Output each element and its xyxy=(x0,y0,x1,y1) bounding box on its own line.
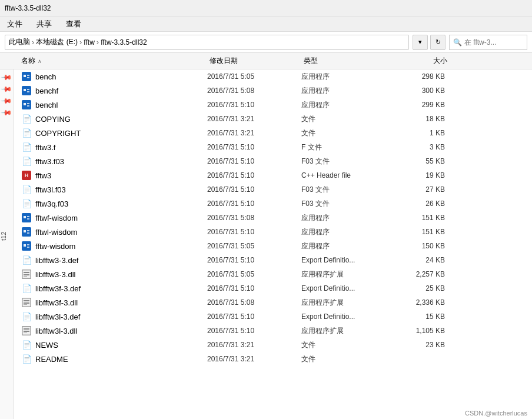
table-row[interactable]: 📄 libfftw3f-3.def 2016/7/31 5:10 Export … xyxy=(14,281,532,295)
sidebar: 📌 📌 📌 📌 t12 xyxy=(0,69,14,419)
file-size: 298 KB xyxy=(395,72,454,81)
col-header-date[interactable]: 修改日期 xyxy=(210,56,304,66)
file-type: 应用程序扩展 xyxy=(301,326,395,336)
file-date: 2016/7/31 5:10 xyxy=(207,256,301,264)
pin-icon-4[interactable]: 📌 xyxy=(0,105,14,119)
table-row[interactable]: 📄 libfftw3-3.def 2016/7/31 5:10 Export D… xyxy=(14,253,532,267)
file-size: 2,257 KB xyxy=(395,270,454,278)
file-name: fftwf-wisdom xyxy=(35,214,207,222)
file-size: 2,336 KB xyxy=(395,298,454,307)
table-row[interactable]: H fftw3 2016/7/31 5:10 C++ Header file 1… xyxy=(14,168,532,182)
file-date: 2016/7/31 3:21 xyxy=(207,115,301,123)
menu-item-file[interactable]: 文件 xyxy=(5,18,25,31)
file-icon-wrapper: 📄 xyxy=(21,128,32,138)
exe-icon xyxy=(22,100,31,109)
file-icon-wrapper: 📄 xyxy=(21,283,32,294)
breadcrumb-fftw[interactable]: fftw xyxy=(84,38,94,46)
file-icon: 📄 xyxy=(22,340,32,350)
table-row[interactable]: libfftw3f-3.dll 2016/7/31 5:08 应用程序扩展 2,… xyxy=(14,295,532,310)
table-row[interactable]: fftwl-wisdom 2016/7/31 5:10 应用程序 151 KB xyxy=(14,225,532,239)
exe-icon xyxy=(22,213,31,222)
breadcrumb[interactable]: 此电脑 › 本地磁盘 (E:) › fftw › fftw-3.3.5-dll3… xyxy=(5,35,409,50)
search-input[interactable] xyxy=(464,38,523,46)
main-area: 📌 📌 📌 📌 t12 bench 2016/7/31 5:05 应用程序 29… xyxy=(0,69,532,419)
table-row[interactable]: 📄 fftw3.f03 2016/7/31 5:10 F03 文件 55 KB xyxy=(14,154,532,168)
file-icon: 📄 xyxy=(22,354,32,364)
table-row[interactable]: 📄 NEWS 2016/7/31 3:21 文件 23 KB xyxy=(14,338,532,352)
file-icon-wrapper xyxy=(21,241,32,251)
table-row[interactable]: 📄 fftw3q.f03 2016/7/31 5:10 F03 文件 26 KB xyxy=(14,197,532,211)
exe-icon xyxy=(22,86,31,95)
menu-bar: 文件 共享 查看 xyxy=(0,16,532,32)
table-row[interactable]: fftwf-wisdom 2016/7/31 5:08 应用程序 151 KB xyxy=(14,211,532,225)
def-icon: 📄 xyxy=(22,284,32,293)
breadcrumb-disk[interactable]: 本地磁盘 (E:) xyxy=(36,37,78,47)
file-size: 24 KB xyxy=(395,256,454,264)
file-icon: 📄 xyxy=(22,185,32,194)
title-text: fftw-3.3.5-dll32 xyxy=(5,4,51,12)
file-type: C++ Header file xyxy=(301,171,395,179)
file-date: 2016/7/31 3:21 xyxy=(207,355,301,363)
svg-rect-10 xyxy=(27,103,29,104)
menu-item-home[interactable]: 共享 xyxy=(34,18,54,31)
file-size: 23 KB xyxy=(395,341,454,349)
file-icon-wrapper xyxy=(21,85,32,96)
column-header: 名称 ∧ 修改日期 类型 大小 xyxy=(0,53,532,69)
table-row[interactable]: 📄 COPYRIGHT 2016/7/31 3:21 文件 1 KB xyxy=(14,126,532,140)
col-header-size[interactable]: 大小 xyxy=(398,56,457,66)
file-icon-wrapper: 📄 xyxy=(21,354,32,364)
file-size: 26 KB xyxy=(395,199,454,208)
table-row[interactable]: libfftw3l-3.dll 2016/7/31 5:10 应用程序扩展 1,… xyxy=(14,324,532,338)
dropdown-button[interactable]: ▾ xyxy=(413,35,428,50)
table-row[interactable]: bench 2016/7/31 5:05 应用程序 298 KB xyxy=(14,69,532,84)
col-header-name[interactable]: 名称 ∧ xyxy=(21,56,210,66)
svg-rect-35 xyxy=(24,332,27,333)
file-name: COPYING xyxy=(35,115,207,124)
file-list[interactable]: bench 2016/7/31 5:05 应用程序 298 KB benchf … xyxy=(14,69,532,419)
svg-rect-21 xyxy=(24,244,26,247)
table-row[interactable]: 📄 fftw3l.f03 2016/7/31 5:10 F03 文件 27 KB xyxy=(14,182,532,197)
svg-rect-17 xyxy=(24,230,26,232)
file-date: 2016/7/31 5:10 xyxy=(207,199,301,208)
svg-rect-31 xyxy=(24,304,27,305)
file-date: 2016/7/31 5:05 xyxy=(207,242,301,250)
file-date: 2016/7/31 5:10 xyxy=(207,327,301,335)
dll-icon xyxy=(22,326,31,335)
svg-rect-18 xyxy=(27,230,29,231)
refresh-button[interactable]: ↻ xyxy=(430,35,445,50)
file-icon: 📄 xyxy=(22,199,32,208)
svg-rect-9 xyxy=(24,103,26,105)
svg-rect-13 xyxy=(24,216,26,218)
address-controls: ▾ ↻ xyxy=(413,35,445,50)
file-date: 2016/7/31 3:21 xyxy=(207,341,301,349)
table-row[interactable]: 📄 fftw3.f 2016/7/31 5:10 F 文件 3 KB xyxy=(14,140,532,154)
file-size: 151 KB xyxy=(395,228,454,236)
table-row[interactable]: fftw-wisdom 2016/7/31 5:05 应用程序 150 KB xyxy=(14,239,532,253)
file-size: 25 KB xyxy=(395,284,454,292)
breadcrumb-current[interactable]: fftw-3.3.5-dll32 xyxy=(101,38,147,46)
table-row[interactable]: 📄 COPYING 2016/7/31 3:21 文件 18 KB xyxy=(14,112,532,126)
def-icon: 📄 xyxy=(22,255,32,265)
file-name: libfftw3l-3.def xyxy=(35,312,207,321)
table-row[interactable]: benchl 2016/7/31 5:10 应用程序 299 KB xyxy=(14,98,532,112)
col-header-type[interactable]: 类型 xyxy=(304,56,398,66)
table-row[interactable]: 📄 README 2016/7/31 3:21 文件 xyxy=(14,352,532,366)
file-icon-wrapper: 📄 xyxy=(21,142,32,152)
dll-icon xyxy=(22,270,31,279)
file-type: 应用程序 xyxy=(301,86,395,96)
svg-rect-5 xyxy=(24,89,26,91)
table-row[interactable]: libfftw3-3.dll 2016/7/31 5:05 应用程序扩展 2,2… xyxy=(14,267,532,281)
file-icon-wrapper: 📄 xyxy=(21,198,32,209)
breadcrumb-computer[interactable]: 此电脑 xyxy=(9,37,30,47)
exe-icon xyxy=(22,227,31,237)
file-name: bench xyxy=(35,72,207,81)
file-icon-wrapper: 📄 xyxy=(21,340,32,350)
table-row[interactable]: 📄 libfftw3l-3.def 2016/7/31 5:10 Export … xyxy=(14,310,532,324)
file-icon-wrapper xyxy=(21,212,32,223)
file-name: benchl xyxy=(35,101,207,109)
menu-item-view[interactable]: 查看 xyxy=(64,18,84,31)
file-date: 2016/7/31 5:10 xyxy=(207,157,301,165)
table-row[interactable]: benchf 2016/7/31 5:08 应用程序 300 KB xyxy=(14,84,532,98)
search-box[interactable]: 🔍 xyxy=(449,35,527,50)
file-name: fftw3q.f03 xyxy=(35,199,207,208)
